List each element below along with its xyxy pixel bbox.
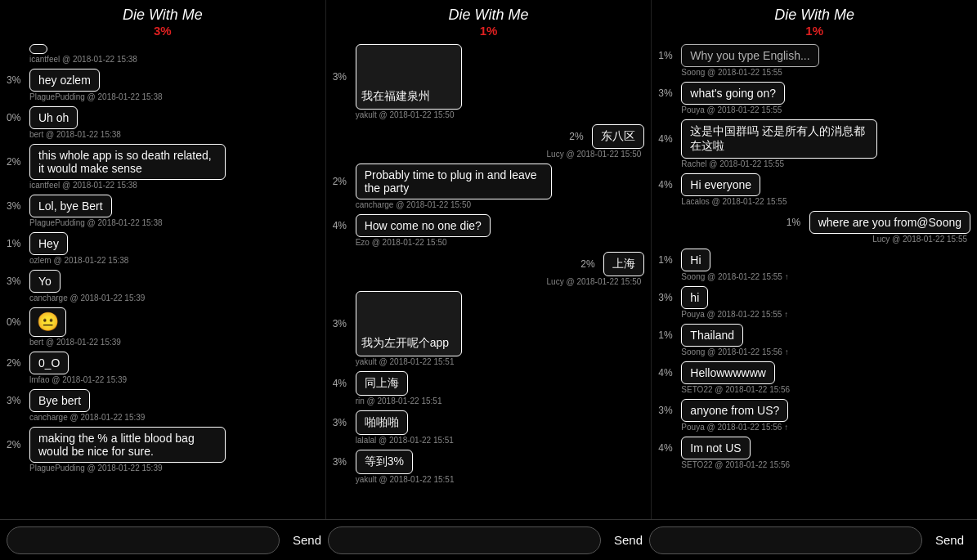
panel-messages-3: 1%Why you type English...Soong @ 2018-01… (652, 41, 977, 519)
panel-1: Die With Me3%icantfeel @ 2018-01-22 15:3… (0, 0, 326, 519)
msg-bubble: hey ozlem (29, 69, 100, 92)
msg-meta: PlaguePudding @ 2018-01-22 15:38 (7, 218, 319, 227)
panel-title-2: Die With Me (329, 7, 648, 24)
msg-bubble-row: 东八区2% (333, 124, 645, 149)
msg-bubble-row: 3%hi (658, 286, 970, 309)
table-row: 2%0_Olmfao @ 2018-01-22 15:39 (7, 352, 319, 384)
msg-bubble: where are you from@Soong (809, 211, 970, 234)
pct-label: 1% (787, 217, 806, 228)
pct-label: 1% (658, 254, 678, 266)
chat-input-3[interactable] (649, 526, 922, 554)
msg-bubble-row: 3%Bye bert (7, 389, 319, 412)
msg-bubble: 啪啪啪 (356, 410, 408, 435)
table-row: 2%making the % a little blood bag would … (7, 427, 319, 473)
pct-label: 0% (7, 112, 26, 123)
msg-bubble-row: 3%anyone from US? (658, 399, 970, 422)
table-row: 3%hiPouya @ 2018-01-22 15:55 ↑ (658, 286, 970, 319)
table-row: 0%😐bert @ 2018-01-22 15:39 (7, 307, 319, 347)
panel-title-3: Die With Me (655, 7, 974, 24)
pct-label: 3% (658, 87, 678, 99)
pct-label: 2% (569, 131, 589, 142)
panel-battery-2: 1% (329, 24, 648, 38)
msg-bubble: Bye bert (29, 389, 90, 412)
panel-header-3: Die With Me1% (652, 0, 977, 41)
msg-meta: cancharge @ 2018-01-22 15:39 (7, 413, 319, 422)
msg-meta: Lucy @ 2018-01-22 15:55 (658, 235, 970, 244)
panel-header-2: Die With Me1% (326, 0, 652, 41)
panel-header-1: Die With Me3% (0, 0, 325, 41)
pct-label: 3% (333, 456, 352, 468)
table-row: 3%hey ozlemPlaguePudding @ 2018-01-22 15… (7, 69, 319, 101)
msg-bubble-row: 2%this whole app is so death related, it… (7, 144, 319, 180)
msg-bubble: hi (681, 286, 708, 309)
pct-label: 3% (658, 405, 678, 416)
table-row: where are you from@Soong1%Lucy @ 2018-01… (658, 211, 970, 244)
pct-label: 2% (7, 156, 26, 168)
msg-meta: PlaguePudding @ 2018-01-22 15:38 (7, 92, 319, 101)
msg-bubble: anyone from US? (681, 399, 788, 422)
msg-bubble: Why you type English... (681, 44, 818, 67)
table-row: 3%what's going on?Pouya @ 2018-01-22 15:… (658, 82, 970, 114)
pct-label: 0% (7, 316, 26, 328)
msg-bubble-row: 2%making the % a little blood bag would … (7, 427, 319, 463)
msg-bubble: 这是中国群吗 还是所有人的消息都在这啦 (681, 119, 877, 159)
msg-meta: yakult @ 2018-01-22 15:51 (333, 357, 645, 366)
msg-bubble: How come no one die? (356, 214, 491, 237)
msg-bubble: what's going on? (681, 82, 785, 105)
send-button-3[interactable]: Send (929, 533, 970, 547)
pct-label: 2% (333, 176, 352, 187)
msg-bubble-row: where are you from@Soong1% (658, 211, 970, 234)
send-button-1[interactable]: Send (286, 533, 328, 547)
msg-bubble-row: 3%我为左开呢个app (333, 291, 645, 356)
table-row: 3%我在福建泉州yakult @ 2018-01-22 15:50 (333, 44, 645, 119)
msg-bubble-row: 1%Hey (7, 232, 319, 255)
chat-input-1[interactable] (7, 526, 280, 554)
msg-bubble: Hi (681, 249, 710, 271)
table-row: 3%Bye bertcancharge @ 2018-01-22 15:39 (7, 389, 319, 422)
msg-meta: lalalal @ 2018-01-22 15:51 (333, 436, 645, 445)
msg-meta: ozlem @ 2018-01-22 15:38 (7, 256, 319, 265)
msg-bubble: Yo (29, 270, 61, 293)
msg-bubble-row: 2%0_O (7, 352, 319, 374)
table-row: 3%等到3%yakult @ 2018-01-22 15:51 (333, 450, 645, 484)
msg-meta: Lacalos @ 2018-01-22 15:55 (658, 197, 970, 206)
table-row: 3%啪啪啪lalalal @ 2018-01-22 15:51 (333, 410, 645, 445)
msg-bubble: making the % a little blood bag would be… (29, 427, 226, 463)
panel-2: Die With Me1%3%我在福建泉州yakult @ 2018-01-22… (326, 0, 652, 519)
chat-input-2[interactable] (328, 526, 601, 554)
table-row: 1%Why you type English...Soong @ 2018-01… (658, 44, 970, 77)
pct-label: 4% (658, 367, 678, 379)
msg-bubble-row: 1%Why you type English... (658, 44, 970, 67)
send-button-2[interactable]: Send (607, 533, 649, 547)
pct-label: 2% (580, 258, 600, 270)
table-row: 4%同上海rin @ 2018-01-22 15:51 (333, 371, 645, 405)
pct-label: 2% (7, 357, 26, 369)
msg-bubble-row: 3%hey ozlem (7, 69, 319, 92)
pct-label: 4% (658, 133, 678, 145)
msg-bubble-row: 3%Yo (7, 270, 319, 293)
msg-bubble: 我在福建泉州 (356, 44, 462, 110)
msg-bubble-row: 0%😐 (7, 307, 319, 337)
pct-label: 4% (658, 442, 678, 454)
table-row: 3%Lol, bye BertPlaguePudding @ 2018-01-2… (7, 195, 319, 227)
panel-messages-1: icantfeel @ 2018-01-22 15:383%hey ozlemP… (0, 41, 325, 519)
msg-bubble-row: 2%Probably time to plug in and leave the… (333, 164, 645, 199)
msg-bubble-row: 3%Lol, bye Bert (7, 195, 319, 217)
table-row: 上海2%Lucy @ 2018-01-22 15:50 (333, 252, 645, 286)
msg-meta: bert @ 2018-01-22 15:38 (7, 130, 319, 139)
pct-label: 3% (7, 395, 26, 406)
msg-meta: PlaguePudding @ 2018-01-22 15:39 (7, 464, 319, 473)
panel-title-1: Die With Me (3, 7, 322, 24)
msg-meta: SETO22 @ 2018-01-22 15:56 (658, 385, 970, 394)
msg-bubble: 😐 (29, 307, 66, 337)
table-row: 3%我为左开呢个appyakult @ 2018-01-22 15:51 (333, 291, 645, 366)
table-row: 1%Heyozlem @ 2018-01-22 15:38 (7, 232, 319, 265)
table-row: 0%Uh ohbert @ 2018-01-22 15:38 (7, 106, 319, 139)
msg-meta: SETO22 @ 2018-01-22 15:56 (658, 460, 970, 469)
panel-battery-3: 1% (655, 24, 974, 38)
msg-meta: icantfeel @ 2018-01-22 15:38 (7, 181, 319, 190)
table-row: 2%Probably time to plug in and leave the… (333, 164, 645, 209)
pct-label: 2% (7, 439, 26, 450)
msg-bubble-row (7, 44, 319, 54)
msg-meta: Ezo @ 2018-01-22 15:50 (333, 238, 645, 247)
